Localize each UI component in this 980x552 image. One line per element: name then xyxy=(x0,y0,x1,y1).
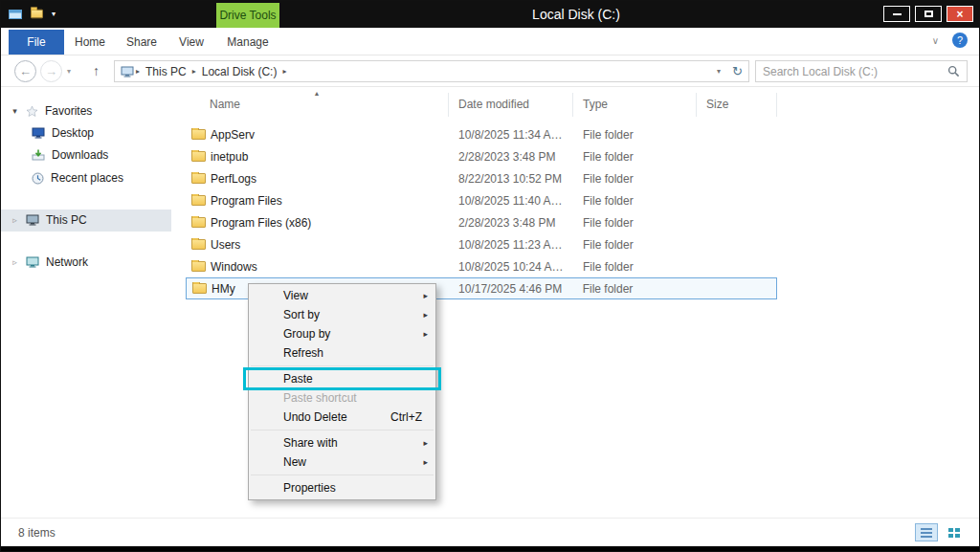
folder-icon xyxy=(191,129,206,140)
menu-item-view[interactable]: View ▸ xyxy=(249,286,435,305)
breadcrumb-arrow-icon[interactable]: ▸ xyxy=(190,67,198,76)
quick-access-caret-icon[interactable]: ▾ xyxy=(52,10,56,18)
tab-view[interactable]: View xyxy=(171,30,212,55)
expander-icon[interactable]: ▾ xyxy=(11,106,19,116)
status-bar: 8 items xyxy=(1,518,979,546)
sidebar-item-downloads[interactable]: Downloads xyxy=(32,144,108,166)
up-button[interactable]: ↑ xyxy=(93,63,100,78)
this-pc-icon xyxy=(26,214,39,226)
address-dropdown-icon[interactable]: ▾ xyxy=(709,67,728,76)
close-button[interactable]: × xyxy=(947,6,973,22)
column-header-name[interactable]: ▲ Name xyxy=(186,93,449,117)
file-type: File folder xyxy=(573,282,697,296)
ribbon-collapse-icon[interactable]: ∨ xyxy=(932,35,939,46)
menu-item-group-by[interactable]: Group by ▸ xyxy=(249,324,435,343)
tab-home[interactable]: Home xyxy=(68,30,112,55)
column-header-size[interactable]: Size xyxy=(697,93,777,117)
refresh-icon[interactable]: ↻ xyxy=(728,64,743,78)
tab-manage[interactable]: Manage xyxy=(217,30,278,55)
navigation-pane: ▾ Favorites Desktop Downloads Recent pla… xyxy=(1,87,171,518)
paste-highlight-annotation xyxy=(243,367,441,390)
file-type: File folder xyxy=(573,260,697,274)
downloads-icon xyxy=(32,149,45,161)
help-button[interactable]: ? xyxy=(952,33,968,48)
column-label: Name xyxy=(210,98,240,111)
context-menu: View ▸ Sort by ▸ Group by ▸ Refresh Past… xyxy=(248,283,436,500)
expander-icon[interactable]: ▹ xyxy=(11,215,19,225)
menu-item-paste[interactable]: Paste xyxy=(249,369,435,388)
menu-separator xyxy=(251,475,434,475)
file-date: 2/28/2023 3:48 PM xyxy=(449,150,573,164)
file-row-windows[interactable]: Windows 10/8/2025 10:24 A… File folder xyxy=(186,255,777,277)
file-rows: AppServ 10/8/2025 11:34 A… File folder i… xyxy=(186,123,777,299)
menu-label: View xyxy=(283,289,308,302)
file-row-users[interactable]: Users 10/8/2025 11:23 A… File folder xyxy=(186,233,777,255)
file-type: File folder xyxy=(573,128,697,142)
sidebar-item-desktop[interactable]: Desktop xyxy=(32,122,94,144)
address-bar[interactable]: ▸ This PC ▸ Local Disk (C:) ▸ ▾ ↻ xyxy=(114,60,749,82)
maximize-button[interactable] xyxy=(915,6,942,22)
menu-item-paste-shortcut[interactable]: Paste shortcut xyxy=(249,388,435,408)
menu-label: Paste shortcut xyxy=(283,391,357,405)
back-button[interactable]: ← xyxy=(14,60,36,82)
file-date: 10/17/2025 4:46 PM xyxy=(449,282,573,296)
file-row-appserv[interactable]: AppServ 10/8/2025 11:34 A… File folder xyxy=(186,123,777,145)
desktop-icon xyxy=(32,127,45,139)
file-row-perflogs[interactable]: PerfLogs 8/22/2013 10:52 PM File folder xyxy=(186,167,777,189)
large-icons-view-button[interactable] xyxy=(943,523,966,541)
file-row-program-files[interactable]: Program Files 10/8/2025 11:40 A… File fo… xyxy=(186,189,777,211)
column-header-type[interactable]: Type xyxy=(573,93,697,117)
sidebar-item-network[interactable]: ▹ Network xyxy=(11,252,88,273)
column-label: Size xyxy=(706,98,728,111)
menu-item-undo-delete[interactable]: Undo Delete Ctrl+Z xyxy=(249,408,435,427)
breadcrumb-local-disk-c[interactable]: Local Disk (C:) xyxy=(198,65,281,78)
tab-file[interactable]: File xyxy=(9,30,64,55)
file-name: Windows xyxy=(211,260,257,274)
window-controls: × xyxy=(883,6,973,22)
folder-icon[interactable] xyxy=(31,9,43,17)
sidebar-item-this-pc[interactable]: ▹ This PC xyxy=(11,210,87,231)
breadcrumb-arrow-icon[interactable]: ▸ xyxy=(280,67,288,76)
column-header-date-modified[interactable]: Date modified xyxy=(449,93,573,117)
file-row-inetpub[interactable]: inetpub 2/28/2023 3:48 PM File folder xyxy=(186,145,777,167)
sidebar-item-recent-places[interactable]: Recent places xyxy=(32,167,123,188)
file-name: AppServ xyxy=(211,128,255,142)
details-view-button[interactable] xyxy=(915,523,938,541)
search-box[interactable] xyxy=(755,60,968,82)
file-row-program-files-x86[interactable]: Program Files (x86) 2/28/2023 3:48 PM Fi… xyxy=(186,211,777,233)
file-date: 10/8/2025 11:40 A… xyxy=(449,194,573,208)
menu-item-refresh[interactable]: Refresh xyxy=(249,343,435,363)
minimize-icon xyxy=(893,13,902,15)
drive-tools-contextual-tab[interactable]: Drive Tools xyxy=(216,3,279,28)
file-date: 2/28/2023 3:48 PM xyxy=(449,216,573,230)
search-icon[interactable] xyxy=(947,65,960,77)
ribbon-tab-row: File Home Share View Manage ∨ ? xyxy=(1,28,979,55)
file-name: HMy xyxy=(212,282,235,296)
menu-item-new[interactable]: New ▸ xyxy=(249,453,435,472)
menu-label: Group by xyxy=(283,327,330,341)
menu-label: New xyxy=(283,455,306,469)
search-input[interactable] xyxy=(763,65,947,78)
folder-icon xyxy=(191,239,206,250)
menu-item-share-with[interactable]: Share with ▸ xyxy=(249,433,435,453)
sidebar-item-favorites[interactable]: ▾ Favorites xyxy=(11,100,92,121)
menu-label: Paste xyxy=(283,372,313,386)
sidebar-label: Desktop xyxy=(52,126,94,140)
sidebar-label: Network xyxy=(46,255,88,269)
breadcrumb-this-pc[interactable]: This PC xyxy=(142,65,190,78)
ribbon-right-controls: ∨ ? xyxy=(932,33,968,48)
file-type: File folder xyxy=(573,194,697,208)
menu-label: Share with xyxy=(283,436,338,450)
recent-locations-caret-icon[interactable]: ▾ xyxy=(67,67,71,76)
breadcrumb-arrow-icon[interactable]: ▸ xyxy=(134,67,142,76)
minimize-button[interactable] xyxy=(883,6,910,22)
menu-shortcut: Ctrl+Z xyxy=(390,408,422,427)
sidebar-label: Recent places xyxy=(51,171,123,185)
menu-item-sort-by[interactable]: Sort by ▸ xyxy=(249,305,435,324)
menu-label: Sort by xyxy=(283,308,320,321)
menu-item-properties[interactable]: Properties xyxy=(249,478,435,497)
forward-button[interactable]: → xyxy=(40,60,62,82)
expander-icon[interactable]: ▹ xyxy=(11,257,19,267)
tab-share[interactable]: Share xyxy=(120,30,164,55)
sort-ascending-icon: ▲ xyxy=(314,90,321,97)
